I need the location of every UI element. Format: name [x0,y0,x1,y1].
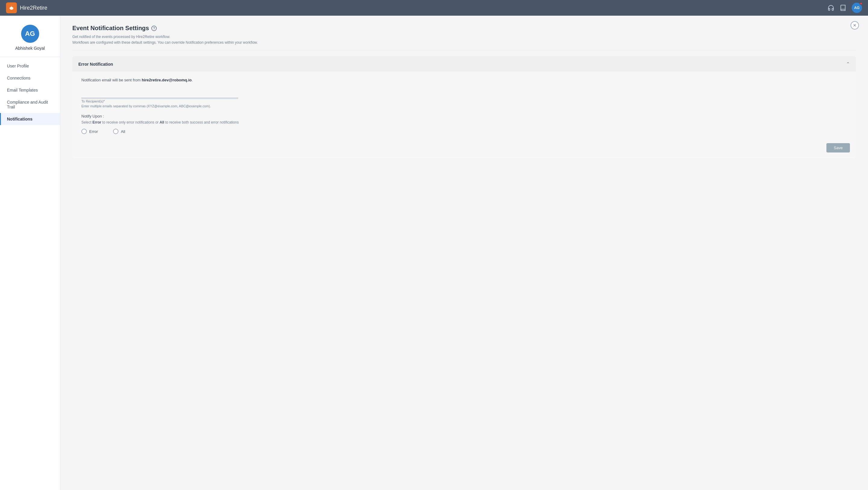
sender-email: hire2retire.dev@robomq.io [142,78,192,82]
card-header: Error Notification ⌃ [72,56,856,72]
recipient-field: To Recipient(s)* Enter multiple emails s… [82,90,847,108]
sidebar-item-compliance-audit[interactable]: Compliance and Audit Trail [0,96,60,113]
svg-point-1 [10,7,12,8]
error-notification-card: Error Notification ⌃ Notification email … [72,56,856,158]
notify-label: Notify Upon : [82,114,847,118]
help-icon[interactable]: ? [151,26,157,31]
recipient-input[interactable] [82,90,238,98]
app-name: Hire2Retire [20,5,47,11]
main-layout: AG Abhishek Goyal User Profile Connectio… [0,16,868,490]
radio-error[interactable] [82,129,87,134]
page-desc: Get notified of the events processed by … [72,34,856,45]
card-title: Error Notification [79,62,113,67]
book-icon[interactable] [840,4,846,11]
user-avatar-header[interactable]: AG [852,3,862,13]
radio-option-all[interactable]: All [113,129,125,134]
top-header: Hire2Retire AG [0,0,868,16]
headset-icon[interactable] [828,4,834,11]
content-area: Event Notification Settings ? Get notifi… [60,16,868,490]
save-button[interactable]: Save [827,143,850,152]
header-icons: AG [828,3,862,13]
notification-dot [860,2,863,5]
chevron-up-icon[interactable]: ⌃ [846,61,850,67]
user-name: Abhishek Goyal [15,46,44,51]
sender-info: Notification email will be sent from hir… [82,78,847,82]
radio-option-error[interactable]: Error [82,129,98,134]
app-logo[interactable]: Hire2Retire [6,2,47,13]
field-hint: Enter multiple emails separated by comma… [82,104,847,108]
card-footer: Save [72,143,856,158]
logo-icon [6,2,17,13]
sidebar-item-email-templates[interactable]: Email Templates [0,84,60,96]
notify-upon-section: Notify Upon : Select Error to receive on… [82,114,847,134]
page-title-row: Event Notification Settings ? [72,25,856,32]
page-title: Event Notification Settings [72,25,149,32]
field-label-text: To Recipient(s)* [82,99,847,103]
sidebar-item-user-profile[interactable]: User Profile [0,60,60,72]
close-button[interactable]: ✕ [850,21,859,30]
user-info: AG Abhishek Goyal [0,22,60,57]
nav-menu: User Profile Connections Email Templates… [0,57,60,128]
sidebar: AG Abhishek Goyal User Profile Connectio… [0,16,60,490]
sidebar-item-notifications[interactable]: Notifications [0,113,60,125]
notify-desc: Select Error to receive only error notif… [82,120,847,124]
page-header: Event Notification Settings ? Get notifi… [72,25,856,50]
card-body: Notification email will be sent from hir… [72,72,856,143]
radio-all-label: All [121,129,125,134]
user-avatar-sidebar: AG [21,25,39,43]
radio-all[interactable] [113,129,119,134]
radio-group: Error All [82,129,847,134]
radio-error-label: Error [89,129,98,134]
sidebar-item-connections[interactable]: Connections [0,72,60,84]
